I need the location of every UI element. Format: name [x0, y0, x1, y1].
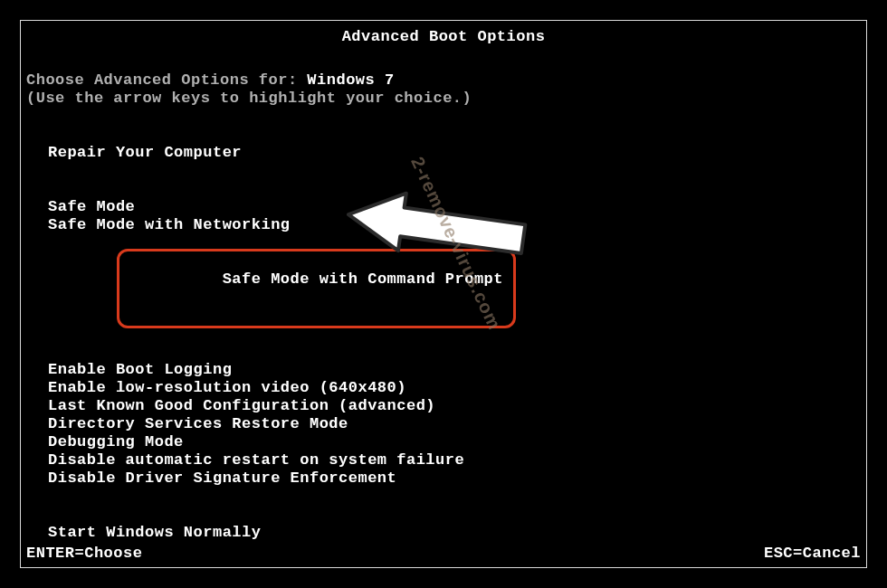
menu-disable-auto-restart[interactable]: Disable automatic restart on system fail… — [48, 451, 861, 469]
menu-start-windows-normally[interactable]: Start Windows Normally — [48, 524, 861, 542]
menu-safe-mode-networking[interactable]: Safe Mode with Networking — [48, 216, 861, 234]
footer-bar: ENTER=Choose ESC=Cancel — [26, 545, 861, 562]
menu-enable-boot-logging[interactable]: Enable Boot Logging — [48, 361, 861, 379]
menu-disable-driver-sig[interactable]: Disable Driver Signature Enforcement — [48, 469, 861, 488]
choose-line: Choose Advanced Options for: Windows 7 — [26, 71, 861, 90]
menu-last-known-good-config[interactable]: Last Known Good Configuration (advanced) — [48, 397, 861, 415]
menu-safe-mode[interactable]: Safe Mode — [48, 198, 861, 216]
footer-esc: ESC=Cancel — [764, 545, 861, 562]
footer-enter: ENTER=Choose — [26, 545, 142, 562]
os-name: Windows 7 — [307, 71, 394, 89]
screen-content: Choose Advanced Options for: Windows 7 (… — [26, 71, 861, 588]
menu-debugging-mode[interactable]: Debugging Mode — [48, 433, 861, 451]
boot-screen-frame: Advanced Boot Options Choose Advanced Op… — [20, 20, 867, 568]
menu-safe-mode-command-prompt-label: Safe Mode with Command Prompt — [223, 270, 503, 288]
menu-low-res-video[interactable]: Enable low-resolution video (640x480) — [48, 379, 861, 397]
menu-directory-services-restore[interactable]: Directory Services Restore Mode — [48, 415, 861, 433]
menu-safe-mode-command-prompt[interactable]: Safe Mode with Command Prompt — [48, 234, 861, 343]
menu-repair-your-computer[interactable]: Repair Your Computer — [48, 144, 861, 162]
choose-prefix: Choose Advanced Options for: — [26, 71, 307, 89]
highlight-ring — [117, 249, 516, 328]
instruction-line: (Use the arrow keys to highlight your ch… — [26, 90, 861, 108]
screen-title: Advanced Boot Options — [21, 28, 866, 45]
